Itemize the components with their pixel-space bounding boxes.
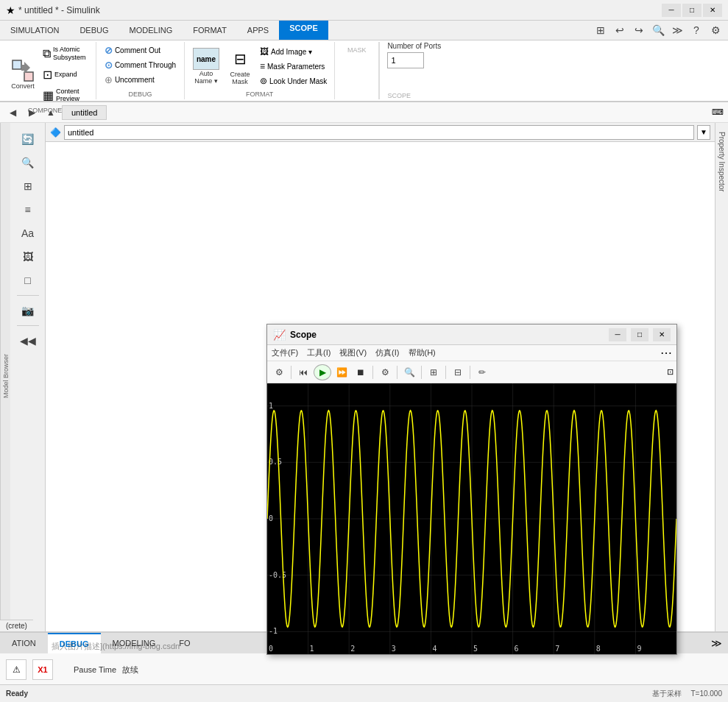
scope-annotate-btn[interactable]: ✏ [473, 364, 491, 380]
mask-parameters-button[interactable]: ≡ Mask Parameters [257, 60, 330, 73]
sidebar-zoom-icon[interactable]: 🔍 [16, 152, 40, 173]
auto-name-button[interactable]: name AutoName ▾ [189, 46, 223, 87]
scope-zoom-in-btn[interactable]: 🔍 [400, 364, 418, 380]
tab-format[interactable]: FORMAT [183, 21, 237, 40]
uncomment-label: Uncomment [115, 76, 155, 84]
look-under-mask-button[interactable]: ⊚ Look Under Mask [257, 74, 330, 88]
atomic-subsystem-button[interactable]: ⧉ Is AtomicSubsystem [40, 43, 91, 64]
comment-out-button[interactable]: ⊘ Comment Out [102, 43, 179, 57]
bottom-icon-more[interactable]: ≫ [711, 637, 722, 649]
settings-icon[interactable]: ⚙ [707, 22, 724, 38]
convert-label: Convert [11, 82, 35, 90]
tab-debug[interactable]: DEBUG [69, 21, 119, 40]
breadcrumb-tab[interactable]: untitled [62, 105, 107, 120]
scope-menubar: 文件(F) 工具(I) 视图(V) 仿真(I) 帮助(H) ⋯ [267, 345, 676, 361]
auto-name-icon: name [193, 48, 219, 70]
tab-scope[interactable]: SCOPE [279, 21, 328, 40]
scope-menu-file[interactable]: 文件(F) [272, 347, 298, 358]
help-icon[interactable]: ? [688, 22, 704, 38]
collapse-icon[interactable]: ◀◀ [16, 330, 40, 351]
tab-simulation[interactable]: SIMULATION [0, 21, 69, 40]
dock-icon[interactable]: ⊞ [593, 22, 609, 38]
scope-toolbar: ⚙ ⏮ ▶ ⏩ ⏹ ⚙ 🔍 ⊞ ⊟ ✏ ⊡ [267, 361, 676, 383]
address-input[interactable] [64, 125, 694, 140]
scope-menu-sim[interactable]: 仿真(I) [375, 347, 399, 358]
bottom-tab-fo[interactable]: FO [167, 633, 202, 653]
keyboard-icon[interactable]: ⌨ [712, 107, 724, 117]
expand-button[interactable]: ⊡ Expand [40, 65, 91, 84]
more-icon[interactable]: ≫ [669, 22, 685, 38]
redo-icon[interactable]: ↪ [631, 22, 647, 38]
mask-params-icon: ≡ [260, 61, 265, 71]
scope-close-button[interactable]: ✕ [653, 328, 671, 341]
tab-apps[interactable]: APPS [237, 21, 279, 40]
scope-menu-tools[interactable]: 工具(I) [307, 347, 331, 358]
property-inspector-tab[interactable]: Property Inspector [718, 132, 726, 192]
add-image-label: Add Image [271, 48, 306, 56]
maximize-button[interactable]: □ [682, 4, 702, 17]
sidebar-list-icon[interactable]: ≡ [16, 199, 40, 220]
camera-icon[interactable]: 📷 [16, 300, 40, 321]
title-bar: ★ * untitled * - Simulink ─ □ ✕ [0, 0, 728, 21]
minimize-button[interactable]: ─ [662, 4, 681, 17]
up-button[interactable]: ▲ [43, 105, 59, 120]
scope-minimize-button[interactable]: ─ [609, 328, 626, 341]
scope-rewind-btn[interactable]: ⏮ [294, 364, 312, 380]
ribbon-group-format: name AutoName ▾ ⊟ CreateMask 🖼 Add Image… [185, 42, 335, 99]
svg-rect-1 [24, 72, 33, 81]
sidebar-text-icon[interactable]: Aa [16, 223, 40, 244]
sidebar-image-icon[interactable]: 🖼 [16, 247, 40, 267]
address-dropdown[interactable]: ▼ [697, 125, 710, 140]
content-preview-label: ContentPreview [56, 88, 79, 104]
model-browser-tab[interactable]: Model Browser [0, 123, 10, 629]
ribbon-group-mask: MASK [335, 42, 379, 99]
scope-separator-6 [470, 366, 470, 379]
pause-icon[interactable]: ⚠ [6, 659, 26, 680]
bottom-right-icons: ≫ [705, 633, 728, 653]
scope-step-btn[interactable]: ⏩ [333, 364, 350, 380]
title-bar-buttons: ─ □ ✕ [662, 4, 722, 17]
comment-through-button[interactable]: ⊙ Comment Through [102, 58, 179, 72]
add-image-button[interactable]: 🖼 Add Image ▾ [257, 45, 330, 58]
scope-stop-btn[interactable]: ⏹ [352, 364, 370, 380]
back-button[interactable]: ◀ [4, 105, 21, 120]
scope-menu-view[interactable]: 视图(V) [339, 347, 367, 358]
scope-maximize-button[interactable]: □ [631, 328, 649, 341]
scope-separator-1 [291, 366, 291, 379]
sidebar-box-icon[interactable]: □ [16, 270, 40, 291]
scope-layout-btn[interactable]: ⊞ [425, 364, 442, 380]
status-bar: Ready 基于采样 T=10.000 [0, 684, 728, 702]
scope-settings-btn[interactable]: ⚙ [270, 364, 288, 380]
scope-window: 📈 Scope ─ □ ✕ 文件(F) 工具(I) 视图(V) 仿真(I) 帮助… [266, 324, 677, 655]
scope-menu-more[interactable]: ⋯ [660, 346, 672, 360]
expand-icon: ⊡ [43, 68, 52, 82]
debug-buttons: ⊘ Comment Out ⊙ Comment Through ⊕ Uncomm… [102, 43, 179, 87]
num-ports-input[interactable] [387, 52, 424, 68]
x1-button[interactable]: X1 [32, 659, 53, 680]
scope-config-btn[interactable]: ⚙ [376, 364, 394, 380]
scope-menu-help[interactable]: 帮助(H) [409, 347, 436, 358]
tab-modeling[interactable]: MODELING [119, 21, 183, 40]
scope-expand-btn[interactable]: ⊡ [667, 367, 674, 377]
debug-group-label: DEBUG [128, 89, 152, 98]
undo-icon[interactable]: ↩ [612, 22, 628, 38]
sidebar-refresh-icon[interactable]: 🔄 [16, 129, 40, 149]
uncomment-button[interactable]: ⊕ Uncomment [102, 73, 179, 87]
scope-cursor-btn[interactable]: ⊟ [449, 364, 467, 380]
forward-button[interactable]: ▶ [24, 105, 40, 120]
scope-title-text: Scope [290, 330, 604, 340]
content-preview-button[interactable]: ▦ ContentPreview [40, 85, 91, 106]
close-button[interactable]: ✕ [703, 4, 722, 17]
sidebar-grid-icon[interactable]: ⊞ [16, 176, 40, 196]
bottom-tab-debug[interactable]: DEBUG [48, 633, 101, 653]
ribbon-right-icons: ⊞ ↩ ↪ 🔍 ≫ ? ⚙ [588, 21, 728, 40]
bottom-tab-ation[interactable]: ATION [0, 633, 48, 653]
pause-time-label: Pause Time [74, 665, 116, 674]
search-icon[interactable]: 🔍 [650, 22, 666, 38]
address-bar: 🔷 ▼ [46, 123, 715, 142]
bottom-tab-modeling[interactable]: MODELING [101, 633, 168, 653]
convert-button[interactable]: Convert [7, 57, 38, 92]
create-mask-button[interactable]: ⊟ CreateMask [225, 45, 255, 88]
address-icon: 🔷 [50, 127, 61, 138]
scope-play-btn[interactable]: ▶ [314, 364, 331, 380]
